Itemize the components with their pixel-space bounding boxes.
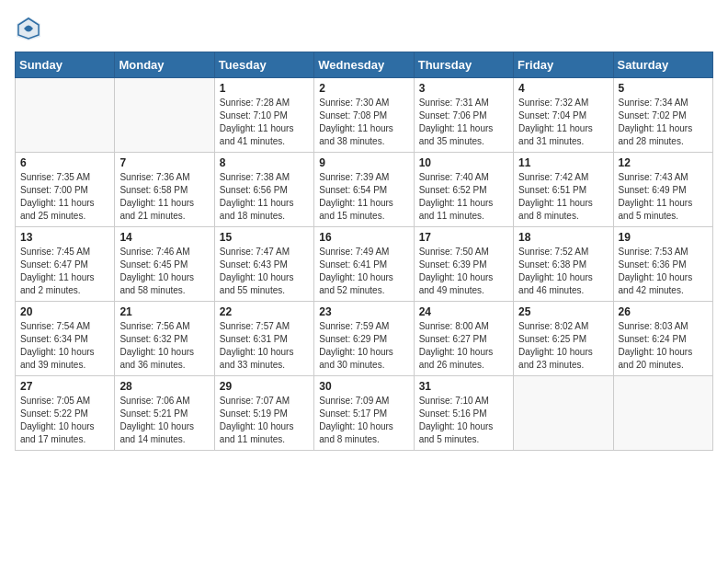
cell-info: Sunrise: 7:31 AM Sunset: 7:06 PM Dayligh… <box>419 97 508 148</box>
cell-info: Sunrise: 7:07 AM Sunset: 5:19 PM Dayligh… <box>220 395 309 446</box>
cell-info: Sunrise: 7:30 AM Sunset: 7:08 PM Dayligh… <box>319 97 408 148</box>
calendar-cell: 13Sunrise: 7:45 AM Sunset: 6:47 PM Dayli… <box>16 227 115 302</box>
calendar-cell <box>613 376 712 451</box>
cell-info: Sunrise: 7:35 AM Sunset: 7:00 PM Dayligh… <box>20 171 109 223</box>
calendar-cell: 26Sunrise: 8:03 AM Sunset: 6:24 PM Dayli… <box>613 302 712 376</box>
day-number: 29 <box>220 380 309 393</box>
day-number: 19 <box>619 231 708 244</box>
calendar-cell: 8Sunrise: 7:38 AM Sunset: 6:56 PM Daylig… <box>214 153 313 227</box>
day-number: 16 <box>319 231 408 244</box>
day-number: 18 <box>518 231 608 244</box>
col-header-tuesday: Tuesday <box>214 52 313 78</box>
calendar-cell: 2Sunrise: 7:30 AM Sunset: 7:08 PM Daylig… <box>314 78 414 153</box>
calendar-cell: 6Sunrise: 7:35 AM Sunset: 7:00 PM Daylig… <box>16 153 115 227</box>
calendar-cell: 21Sunrise: 7:56 AM Sunset: 6:32 PM Dayli… <box>115 302 214 376</box>
day-number: 17 <box>419 231 508 244</box>
col-header-sunday: Sunday <box>16 52 115 78</box>
cell-info: Sunrise: 7:39 AM Sunset: 6:54 PM Dayligh… <box>319 171 408 223</box>
cell-info: Sunrise: 7:36 AM Sunset: 6:58 PM Dayligh… <box>119 171 209 223</box>
cell-info: Sunrise: 7:10 AM Sunset: 5:16 PM Dayligh… <box>419 395 508 446</box>
calendar-week-row: 13Sunrise: 7:45 AM Sunset: 6:47 PM Dayli… <box>16 227 713 302</box>
cell-info: Sunrise: 7:52 AM Sunset: 6:38 PM Dayligh… <box>518 246 608 297</box>
cell-info: Sunrise: 8:03 AM Sunset: 6:24 PM Dayligh… <box>619 320 708 372</box>
calendar-cell: 25Sunrise: 8:02 AM Sunset: 6:25 PM Dayli… <box>514 302 613 376</box>
calendar-cell: 19Sunrise: 7:53 AM Sunset: 6:36 PM Dayli… <box>613 227 712 302</box>
calendar-cell: 14Sunrise: 7:46 AM Sunset: 6:45 PM Dayli… <box>115 227 214 302</box>
day-number: 8 <box>220 156 309 169</box>
day-number: 12 <box>619 156 708 169</box>
day-number: 2 <box>319 82 408 95</box>
day-number: 13 <box>20 231 109 244</box>
day-number: 21 <box>119 305 209 318</box>
day-number: 22 <box>220 305 309 318</box>
day-number: 15 <box>220 231 309 244</box>
calendar-cell: 15Sunrise: 7:47 AM Sunset: 6:43 PM Dayli… <box>214 227 313 302</box>
cell-info: Sunrise: 7:40 AM Sunset: 6:52 PM Dayligh… <box>419 171 508 223</box>
calendar-cell <box>514 376 613 451</box>
calendar-cell: 7Sunrise: 7:36 AM Sunset: 6:58 PM Daylig… <box>115 153 214 227</box>
calendar-cell <box>115 78 214 153</box>
calendar-cell: 31Sunrise: 7:10 AM Sunset: 5:16 PM Dayli… <box>414 376 513 451</box>
day-number: 9 <box>319 156 408 169</box>
calendar-cell: 17Sunrise: 7:50 AM Sunset: 6:39 PM Dayli… <box>414 227 513 302</box>
day-number: 14 <box>119 231 209 244</box>
day-number: 4 <box>518 82 608 95</box>
calendar-cell: 18Sunrise: 7:52 AM Sunset: 6:38 PM Dayli… <box>514 227 613 302</box>
calendar-cell <box>16 78 115 153</box>
day-number: 30 <box>319 380 408 393</box>
calendar-cell: 10Sunrise: 7:40 AM Sunset: 6:52 PM Dayli… <box>414 153 513 227</box>
cell-info: Sunrise: 7:09 AM Sunset: 5:17 PM Dayligh… <box>319 395 408 446</box>
col-header-saturday: Saturday <box>613 52 712 78</box>
calendar-cell: 16Sunrise: 7:49 AM Sunset: 6:41 PM Dayli… <box>314 227 414 302</box>
calendar-week-row: 27Sunrise: 7:05 AM Sunset: 5:22 PM Dayli… <box>16 376 713 451</box>
day-number: 11 <box>518 156 608 169</box>
day-number: 10 <box>419 156 508 169</box>
cell-info: Sunrise: 7:43 AM Sunset: 6:49 PM Dayligh… <box>619 171 708 223</box>
cell-info: Sunrise: 7:50 AM Sunset: 6:39 PM Dayligh… <box>419 246 508 297</box>
calendar-week-row: 6Sunrise: 7:35 AM Sunset: 7:00 PM Daylig… <box>16 153 713 227</box>
cell-info: Sunrise: 7:59 AM Sunset: 6:29 PM Dayligh… <box>319 320 408 372</box>
day-number: 26 <box>619 305 708 318</box>
calendar-cell: 30Sunrise: 7:09 AM Sunset: 5:17 PM Dayli… <box>314 376 414 451</box>
col-header-wednesday: Wednesday <box>314 52 414 78</box>
col-header-monday: Monday <box>115 52 214 78</box>
cell-info: Sunrise: 7:46 AM Sunset: 6:45 PM Dayligh… <box>119 246 209 297</box>
cell-info: Sunrise: 7:49 AM Sunset: 6:41 PM Dayligh… <box>319 246 408 297</box>
logo-icon <box>15 15 42 42</box>
calendar-cell: 27Sunrise: 7:05 AM Sunset: 5:22 PM Dayli… <box>16 376 115 451</box>
calendar-cell: 12Sunrise: 7:43 AM Sunset: 6:49 PM Dayli… <box>613 153 712 227</box>
cell-info: Sunrise: 8:00 AM Sunset: 6:27 PM Dayligh… <box>419 320 508 372</box>
day-number: 23 <box>319 305 408 318</box>
calendar-cell: 5Sunrise: 7:34 AM Sunset: 7:02 PM Daylig… <box>613 78 712 153</box>
calendar-cell: 4Sunrise: 7:32 AM Sunset: 7:04 PM Daylig… <box>514 78 613 153</box>
cell-info: Sunrise: 7:42 AM Sunset: 6:51 PM Dayligh… <box>518 171 608 223</box>
calendar-cell: 20Sunrise: 7:54 AM Sunset: 6:34 PM Dayli… <box>16 302 115 376</box>
day-number: 5 <box>619 82 708 95</box>
col-header-friday: Friday <box>514 52 613 78</box>
cell-info: Sunrise: 7:53 AM Sunset: 6:36 PM Dayligh… <box>619 246 708 297</box>
day-number: 28 <box>119 380 209 393</box>
day-number: 3 <box>419 82 508 95</box>
logo <box>15 15 46 42</box>
calendar-cell: 3Sunrise: 7:31 AM Sunset: 7:06 PM Daylig… <box>414 78 513 153</box>
cell-info: Sunrise: 7:56 AM Sunset: 6:32 PM Dayligh… <box>119 320 209 372</box>
calendar-week-row: 1Sunrise: 7:28 AM Sunset: 7:10 PM Daylig… <box>16 78 713 153</box>
cell-info: Sunrise: 7:47 AM Sunset: 6:43 PM Dayligh… <box>220 246 309 297</box>
calendar-cell: 9Sunrise: 7:39 AM Sunset: 6:54 PM Daylig… <box>314 153 414 227</box>
cell-info: Sunrise: 8:02 AM Sunset: 6:25 PM Dayligh… <box>518 320 608 372</box>
calendar-cell: 23Sunrise: 7:59 AM Sunset: 6:29 PM Dayli… <box>314 302 414 376</box>
day-number: 31 <box>419 380 508 393</box>
page-header <box>15 15 713 42</box>
cell-info: Sunrise: 7:57 AM Sunset: 6:31 PM Dayligh… <box>220 320 309 372</box>
day-number: 20 <box>20 305 109 318</box>
day-number: 24 <box>419 305 508 318</box>
cell-info: Sunrise: 7:32 AM Sunset: 7:04 PM Dayligh… <box>518 97 608 148</box>
cell-info: Sunrise: 7:34 AM Sunset: 7:02 PM Dayligh… <box>619 97 708 148</box>
cell-info: Sunrise: 7:05 AM Sunset: 5:22 PM Dayligh… <box>20 395 109 446</box>
calendar-cell: 1Sunrise: 7:28 AM Sunset: 7:10 PM Daylig… <box>214 78 313 153</box>
calendar-cell: 22Sunrise: 7:57 AM Sunset: 6:31 PM Dayli… <box>214 302 313 376</box>
day-number: 27 <box>20 380 109 393</box>
calendar-cell: 24Sunrise: 8:00 AM Sunset: 6:27 PM Dayli… <box>414 302 513 376</box>
day-number: 1 <box>220 82 309 95</box>
calendar-cell: 11Sunrise: 7:42 AM Sunset: 6:51 PM Dayli… <box>514 153 613 227</box>
